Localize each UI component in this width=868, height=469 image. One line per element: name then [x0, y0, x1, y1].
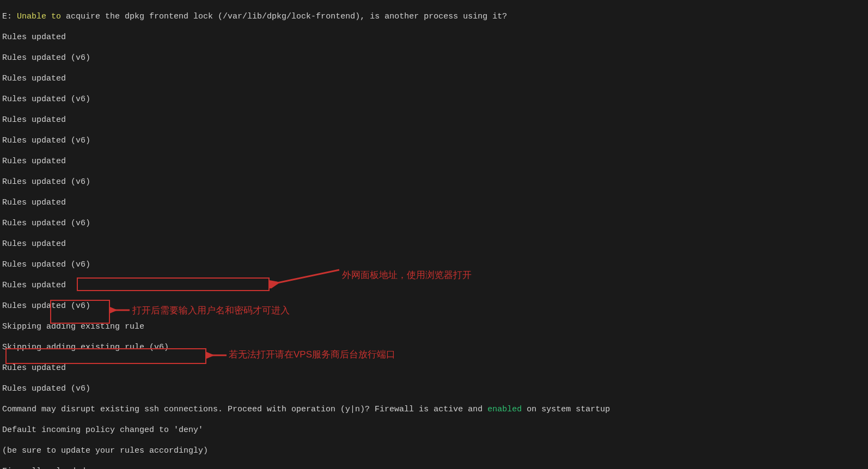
rules-line: Rules updated — [2, 32, 866, 42]
error-line: E: Unable to acquire the dpkg frontend l… — [2, 11, 866, 22]
rules-line: Rules updated (v6) — [2, 177, 866, 187]
annotation-port: 若无法打开请在VPS服务商后台放行端口 — [229, 349, 395, 360]
terminal-output: E: Unable to acquire the dpkg frontend l… — [0, 0, 868, 469]
rules-line: Skipping adding existing rule (v6) — [2, 342, 866, 353]
rules-line: Rules updated — [2, 115, 866, 125]
rules-line: Rules updated (v6) — [2, 384, 866, 394]
policy-line: Default incoming policy changed to 'deny… — [2, 425, 866, 435]
rules-line: Rules updated — [2, 280, 866, 291]
besure-line: (be sure to update your rules accordingl… — [2, 446, 866, 456]
rules-line: Rules updated — [2, 363, 866, 373]
rules-line: Rules updated — [2, 156, 866, 166]
annotation-credentials: 打开后需要输入用户名和密码才可进入 — [132, 305, 290, 316]
rules-line: Rules updated — [2, 239, 866, 249]
rules-line: Rules updated (v6) — [2, 260, 866, 270]
firewall-line: Command may disrupt existing ssh connect… — [2, 404, 866, 415]
annotation-external: 外网面板地址，使用浏览器打开 — [342, 270, 472, 280]
rules-line: Rules updated — [2, 73, 866, 84]
rules-line: Rules updated (v6) — [2, 53, 866, 63]
rules-line: Rules updated — [2, 198, 866, 208]
reload-line: Firewall reloaded — [2, 466, 866, 469]
rules-line: Rules updated (v6) — [2, 135, 866, 146]
rules-line: Rules updated (v6) — [2, 94, 866, 104]
rules-line: Skipping adding existing rule — [2, 322, 866, 332]
rules-line: Rules updated (v6) — [2, 301, 866, 311]
rules-line: Rules updated (v6) — [2, 218, 866, 229]
